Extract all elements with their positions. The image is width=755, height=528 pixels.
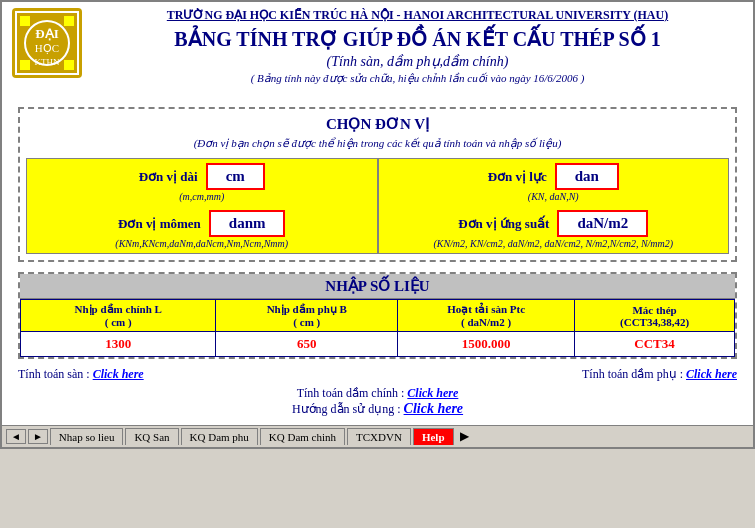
luc-label: Đơn vị lực [488, 169, 547, 185]
sub-title: (Tính sàn, dầm phụ,dầm chính) [92, 53, 743, 70]
ung-suat-cell: Đơn vị ứng suất daN/m2 (KN/m2, KN/cm2, d… [378, 206, 729, 254]
ung-suat-label: Đơn vị ứng suất [458, 216, 549, 232]
main-window: ĐẠI HỌC KTHN TRƯỜNG ĐẠI HỌC KIẾN TRÚC HÀ… [0, 0, 755, 449]
dai-label: Đơn vị dài [139, 169, 198, 185]
bottom-tabs: ◄ ► Nhap so lieu KQ San KQ Dam phu KQ Da… [2, 425, 753, 447]
col-header-2: Hoạt tải sàn Ptc ( daN/m2 ) [398, 300, 575, 332]
chon-don-vi-subtitle: (Đơn vị bạn chọn sẽ được thể hiện trong … [26, 137, 729, 150]
ung-suat-value[interactable]: daN/m2 [557, 210, 648, 237]
svg-text:KTHN: KTHN [35, 57, 60, 67]
luc-hint: (KN, daN,N) [387, 191, 721, 202]
tab-tcxdvn[interactable]: TCXDVN [347, 428, 411, 445]
nhap-so-lieu-section: NHẬP SỐ LIỆU Nhịp dầm chính L ( cm ) Nhị… [18, 272, 737, 359]
tab-prev-btn[interactable]: ◄ [6, 429, 26, 444]
header-text: TRƯỜNG ĐẠI HỌC KIẾN TRÚC HÀ NỘI - HANOI … [92, 8, 743, 93]
university-title: TRƯỜNG ĐẠI HỌC KIẾN TRÚC HÀ NỘI - HANOI … [92, 8, 743, 23]
logo-svg: ĐẠI HỌC KTHN [12, 8, 82, 78]
nhap-title: NHẬP SỐ LIỆU [20, 274, 735, 299]
tinh-toan-dam-phu-container: Tính toán dầm phụ : Click here [582, 367, 737, 382]
svg-rect-8 [20, 60, 30, 70]
dai-row-pair: Đơn vị dài cm [35, 163, 369, 190]
tab-kq-san[interactable]: KQ San [125, 428, 178, 445]
unit-row-1: Đơn vị dài cm (m,cm,mm) Đơn vị lực dan (… [27, 159, 729, 207]
huong-dan-label: Hướng dẫn sử dụng : [292, 402, 401, 416]
huong-dan-link[interactable]: Click here [404, 401, 464, 416]
chon-don-vi-title: CHỌN ĐƠN VỊ [26, 115, 729, 133]
logo: ĐẠI HỌC KTHN [12, 8, 82, 82]
luc-cell: Đơn vị lực dan (KN, daN,N) [378, 159, 729, 207]
tab-nhap-so-lieu[interactable]: Nhap so lieu [50, 428, 124, 445]
tinh-toan-dam-phu-label: Tính toán dầm phụ : [582, 367, 683, 381]
svg-text:HỌC: HỌC [35, 42, 59, 55]
ung-suat-hint: (KN/m2, KN/cm2, daN/m2, daN/cm2, N/m2,N/… [387, 238, 721, 249]
svg-rect-6 [20, 16, 30, 26]
tinh-toan-dam-phu-link[interactable]: Click here [686, 367, 737, 381]
tinh-toan-san-link[interactable]: Click here [93, 367, 144, 381]
action-links: Tính toán sàn : Click here Tính toán dầm… [18, 367, 737, 417]
unit-row-2: Đơn vị mômen danm (KNm,KNcm,daNm,daNcm,N… [27, 206, 729, 254]
val-mac-thep[interactable]: CCT34 [575, 332, 735, 357]
data-table: Nhịp dầm chính L ( cm ) Nhịp dầm phụ B (… [20, 299, 735, 357]
svg-text:ĐẠI: ĐẠI [35, 26, 58, 41]
units-table: Đơn vị dài cm (m,cm,mm) Đơn vị lực dan (… [26, 158, 729, 254]
dai-value[interactable]: cm [206, 163, 265, 190]
momen-hint: (KNm,KNcm,daNm,daNcm,Nm,Ncm,Nmm) [35, 238, 369, 249]
val-nhi-dam-phu[interactable]: 650 [216, 332, 398, 357]
tab-kq-dam-chinh[interactable]: KQ Dam chinh [260, 428, 345, 445]
svg-rect-9 [64, 60, 74, 70]
val-hoat-tai[interactable]: 1500.000 [398, 332, 575, 357]
luc-row-pair: Đơn vị lực dan [387, 163, 721, 190]
tab-kq-dam-phu[interactable]: KQ Dam phu [181, 428, 258, 445]
svg-rect-7 [64, 16, 74, 26]
val-nhi-dam-chinh[interactable]: 1300 [21, 332, 216, 357]
momen-value[interactable]: danm [209, 210, 286, 237]
ung-suat-row-pair: Đơn vị ứng suất daN/m2 [387, 210, 721, 237]
tab-next-btn[interactable]: ► [28, 429, 48, 444]
col-header-1: Nhịp dầm phụ B ( cm ) [216, 300, 398, 332]
dai-hint: (m,cm,mm) [35, 191, 369, 202]
action-row-3: Hướng dẫn sử dụng : Click here [18, 401, 737, 417]
col-header-0: Nhịp dầm chính L ( cm ) [21, 300, 216, 332]
tab-arrow-icon: ▶ [460, 429, 469, 444]
luc-value[interactable]: dan [555, 163, 619, 190]
date-note: ( Bảng tính này được sửa chữa, hiệu chỉn… [92, 72, 743, 85]
tinh-toan-san-container: Tính toán sàn : Click here [18, 367, 144, 382]
content-area: CHỌN ĐƠN VỊ (Đơn vị bạn chọn sẽ được thể… [2, 99, 753, 425]
main-title: BẢNG TÍNH TRỢ GIÚP ĐỒ ÁN KẾT CẤU THÉP SỐ… [92, 27, 743, 51]
action-row-1: Tính toán sàn : Click here Tính toán dầm… [18, 367, 737, 382]
momen-row-pair: Đơn vị mômen danm [35, 210, 369, 237]
tinh-toan-dam-chinh-link[interactable]: Click here [407, 386, 458, 400]
momen-cell: Đơn vị mômen danm (KNm,KNcm,daNm,daNcm,N… [27, 206, 378, 254]
tinh-toan-san-label: Tính toán sàn : [18, 367, 90, 381]
action-row-2: Tính toán dầm chính : Click here [18, 386, 737, 401]
data-table-row: 1300 650 1500.000 CCT34 [21, 332, 735, 357]
chon-don-vi-section: CHỌN ĐƠN VỊ (Đơn vị bạn chọn sẽ được thể… [18, 107, 737, 262]
tinh-toan-dam-chinh-label: Tính toán dầm chính : [297, 386, 405, 400]
header-area: ĐẠI HỌC KTHN TRƯỜNG ĐẠI HỌC KIẾN TRÚC HÀ… [2, 2, 753, 99]
col-header-3: Mác thép (CCT34,38,42) [575, 300, 735, 332]
dai-cell: Đơn vị dài cm (m,cm,mm) [27, 159, 378, 207]
tab-help[interactable]: Help [413, 428, 454, 445]
momen-label: Đơn vị mômen [118, 216, 201, 232]
data-table-header: Nhịp dầm chính L ( cm ) Nhịp dầm phụ B (… [21, 300, 735, 332]
